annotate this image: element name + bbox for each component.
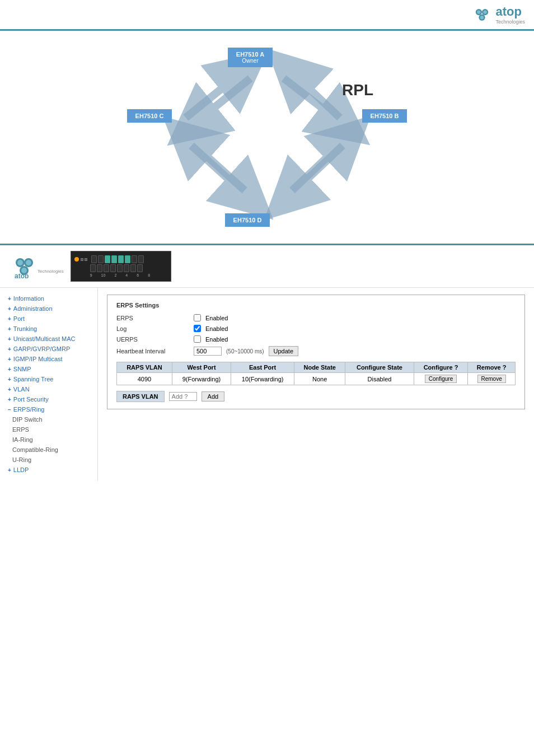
cell-east-port: 10(Forwarding) <box>231 373 294 385</box>
plus-icon: + <box>8 296 11 302</box>
cell-west-port: 9(Forwarding) <box>172 373 231 385</box>
svg-line-14 <box>292 137 348 190</box>
top-header: atop Technologies <box>0 0 534 31</box>
heartbeat-input[interactable] <box>194 347 222 356</box>
sidebar-item-unicast-multicast-mac[interactable]: + Unicast/Multicast MAC <box>0 334 97 344</box>
bottom-section: atop Technologies <box>0 244 534 480</box>
sidebar-item-vlan[interactable]: + VLAN <box>0 384 97 394</box>
node-b: EH7510 B <box>362 109 407 123</box>
svg-line-13 <box>287 146 343 199</box>
svg-point-4 <box>484 10 487 13</box>
add-button[interactable]: Add <box>202 391 225 402</box>
top-logo-text: atop Technologies <box>495 4 525 25</box>
col-east-port: East Port <box>231 362 294 373</box>
bottom-header: atop Technologies <box>0 245 534 288</box>
erps-row: ERPS Enabled <box>116 314 516 321</box>
svg-point-5 <box>480 16 484 19</box>
raps-table: RAPS VLAN West Port East Port Node State… <box>116 362 516 385</box>
svg-line-9 <box>284 78 345 126</box>
uerps-checkbox[interactable] <box>194 335 201 343</box>
plus-icon: + <box>8 326 11 332</box>
device-image: 9102468 <box>71 251 171 282</box>
sidebar-item-garp-gvrp-gmrp[interactable]: + GARP/GVRP/GMRP <box>0 344 97 354</box>
sidebar-item-igmp-ip-multicast[interactable]: + IGMP/IP Multicast <box>0 354 97 364</box>
main-content: + Information + Administration + Port + … <box>0 288 534 480</box>
sidebar: + Information + Administration + Port + … <box>0 288 98 480</box>
ring-diagram: EH7510 A Owner EH7510 C EH7510 B EH7510 … <box>127 48 407 227</box>
update-button[interactable]: Update <box>269 346 298 356</box>
table-row: 4090 9(Forwarding) 10(Forwarding) None D… <box>117 373 516 385</box>
configure-button[interactable]: Configure <box>425 375 457 383</box>
heartbeat-row: Heartbeat Interval (50~10000 ms) Update <box>116 346 516 356</box>
uerps-row: UERPS Enabled <box>116 335 516 343</box>
svg-line-11 <box>191 146 250 199</box>
content-area: ERPS Settings ERPS Enabled Log Enabled U… <box>98 288 534 480</box>
erps-checkbox[interactable] <box>194 314 201 321</box>
col-remove: Remove ? <box>468 362 516 373</box>
cell-node-state: None <box>294 373 345 385</box>
diagram-arrows <box>127 48 407 227</box>
col-west-port: West Port <box>172 362 231 373</box>
svg-line-8 <box>186 70 245 118</box>
sidebar-item-erps-ring[interactable]: − ERPS/Ring <box>0 404 97 414</box>
svg-line-10 <box>289 70 340 118</box>
log-checkbox[interactable] <box>194 325 201 332</box>
sidebar-item-port[interactable]: + Port <box>0 314 97 324</box>
sidebar-item-spanning-tree[interactable]: + Spanning Tree <box>0 374 97 384</box>
sidebar-item-port-security[interactable]: + Port Security <box>0 394 97 404</box>
svg-point-18 <box>17 260 23 265</box>
svg-point-19 <box>26 260 31 265</box>
col-raps-vlan: RAPS VLAN <box>117 362 172 373</box>
col-configure: Configure ? <box>414 362 467 373</box>
plus-icon: + <box>8 467 11 473</box>
remove-button[interactable]: Remove <box>477 375 506 383</box>
erps-settings-title: ERPS Settings <box>116 302 516 309</box>
sidebar-item-erps[interactable]: ERPS <box>0 424 97 435</box>
plus-icon: + <box>8 386 11 393</box>
rpl-label: RPL <box>342 81 373 99</box>
bottom-logo-sub: Technologies <box>38 269 64 274</box>
log-row: Log Enabled <box>116 325 516 332</box>
plus-icon: + <box>8 306 11 312</box>
svg-line-12 <box>186 137 245 190</box>
cell-raps-vlan: 4090 <box>117 373 172 385</box>
plus-icon: + <box>8 356 11 362</box>
svg-line-7 <box>191 78 250 126</box>
sidebar-item-u-ring[interactable]: U-Ring <box>0 455 97 465</box>
sidebar-item-administration[interactable]: + Administration <box>0 304 97 314</box>
sidebar-item-snmp[interactable]: + SNMP <box>0 364 97 374</box>
plus-icon: + <box>8 396 11 403</box>
node-a: EH7510 A Owner <box>228 48 273 67</box>
top-logo: atop Technologies <box>471 4 525 25</box>
atop-logo-icon <box>471 6 493 24</box>
sidebar-item-information[interactable]: + Information <box>0 293 97 304</box>
sidebar-item-lldp[interactable]: + LLDP <box>0 465 97 475</box>
add-section-label: RAPS VLAN <box>116 391 165 402</box>
cell-configure-state: Disabled <box>345 373 414 385</box>
add-vlan-input[interactable] <box>169 392 197 401</box>
svg-text:atop: atop <box>15 272 29 278</box>
plus-icon: + <box>8 376 11 382</box>
node-d: EH7510 D <box>225 213 270 227</box>
sidebar-item-ia-ring[interactable]: IA-Ring <box>0 435 97 445</box>
bottom-logo-icon: atop <box>9 255 40 278</box>
diagram-section: EH7510 A Owner EH7510 C EH7510 B EH7510 … <box>0 31 534 244</box>
node-c: EH7510 C <box>127 109 172 123</box>
plus-icon: + <box>8 346 11 352</box>
sidebar-item-dip-switch[interactable]: DIP Switch <box>0 414 97 424</box>
sidebar-item-compatible-ring[interactable]: Compatible-Ring <box>0 445 97 455</box>
plus-icon: + <box>8 336 11 342</box>
cell-remove-btn: Remove <box>468 373 516 385</box>
cell-configure-btn: Configure <box>414 373 467 385</box>
bottom-logo: atop Technologies <box>9 255 64 278</box>
plus-icon: + <box>8 366 11 372</box>
col-configure-state: Configure State <box>345 362 414 373</box>
svg-point-3 <box>477 10 481 13</box>
erps-settings-box: ERPS Settings ERPS Enabled Log Enabled U… <box>107 295 525 409</box>
plus-icon: + <box>8 316 11 322</box>
add-section: RAPS VLAN Add <box>116 391 516 402</box>
col-node-state: Node State <box>294 362 345 373</box>
sidebar-item-trunking[interactable]: + Trunking <box>0 324 97 334</box>
minus-icon: − <box>8 407 11 413</box>
